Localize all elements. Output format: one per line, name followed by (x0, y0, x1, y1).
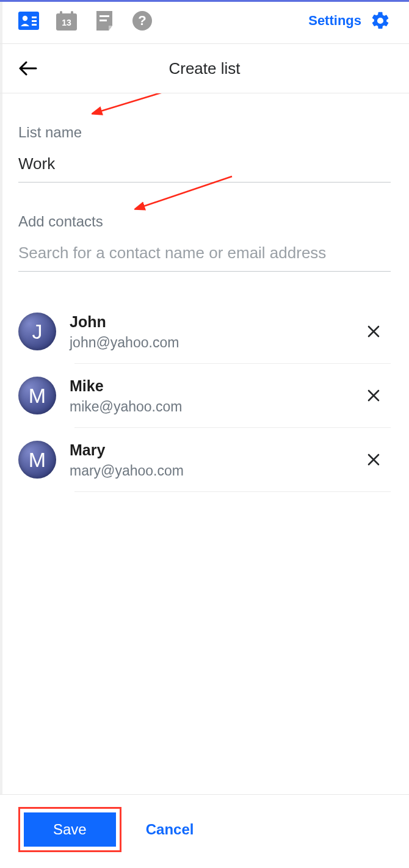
avatar: M (18, 377, 56, 414)
remove-contact-icon[interactable] (360, 382, 387, 409)
contact-row: JJohnjohn@yahoo.com (18, 300, 391, 363)
avatar: J (18, 313, 56, 350)
row-divider (74, 491, 391, 492)
save-highlight-box: Save (18, 807, 121, 852)
svg-line-12 (99, 93, 183, 112)
contact-email: mary@yahoo.com (70, 463, 360, 479)
list-name-input[interactable] (18, 152, 391, 183)
contact-name: John (70, 313, 360, 331)
contact-email: john@yahoo.com (70, 335, 360, 351)
svg-rect-4 (32, 24, 37, 26)
contact-info: Mikemike@yahoo.com (70, 376, 360, 415)
contact-search-input[interactable] (18, 241, 391, 272)
help-icon[interactable]: ? (132, 10, 153, 31)
avatar: M (18, 441, 56, 479)
contacts-list: JJohnjohn@yahoo.comMMikemike@yahoo.comMM… (18, 300, 391, 492)
cancel-button[interactable]: Cancel (146, 821, 194, 838)
contact-info: Marymary@yahoo.com (70, 440, 360, 479)
contact-name: Mary (70, 441, 360, 459)
contact-row: MMikemike@yahoo.com (18, 364, 391, 427)
back-arrow-icon[interactable] (17, 57, 39, 79)
contact-row: MMarymary@yahoo.com (18, 428, 391, 491)
contact-name: Mike (70, 377, 360, 395)
svg-rect-8 (100, 15, 109, 17)
save-button[interactable]: Save (24, 812, 116, 847)
svg-rect-3 (32, 20, 37, 22)
calendar-day-label: 13 (56, 18, 77, 27)
svg-rect-7 (71, 11, 73, 16)
topbar: 13 ? Settings (0, 2, 409, 44)
calendar-icon[interactable]: 13 (56, 10, 77, 31)
annotation-arrow-1 (92, 93, 189, 119)
notepad-icon[interactable] (94, 10, 115, 31)
remove-contact-icon[interactable] (360, 446, 387, 473)
add-contacts-label: Add contacts (18, 213, 391, 230)
list-name-label: List name (18, 124, 391, 141)
contact-email: mike@yahoo.com (70, 399, 360, 415)
remove-contact-icon[interactable] (360, 318, 387, 345)
page-header: Create list (0, 44, 409, 93)
svg-rect-9 (100, 20, 107, 21)
page-title: Create list (39, 59, 370, 78)
svg-point-1 (23, 16, 27, 21)
svg-rect-6 (60, 11, 62, 16)
svg-rect-2 (32, 16, 37, 18)
gear-icon[interactable] (370, 10, 391, 31)
settings-link[interactable]: Settings (308, 13, 361, 29)
contact-info: Johnjohn@yahoo.com (70, 312, 360, 351)
contacts-icon[interactable] (18, 10, 39, 31)
svg-text:?: ? (138, 13, 146, 28)
footer-bar: Save Cancel (0, 794, 409, 868)
